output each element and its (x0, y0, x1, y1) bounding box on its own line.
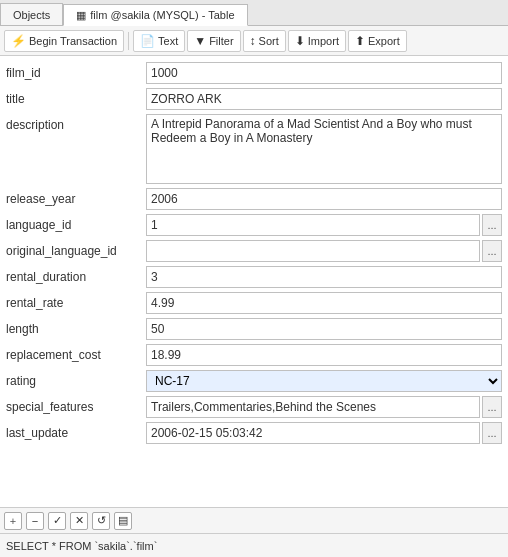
text-button[interactable]: 📄 Text (133, 30, 185, 52)
label-rental_duration: rental_duration (6, 266, 146, 284)
input-film_id[interactable] (146, 62, 502, 84)
field-rental_duration (146, 266, 502, 288)
filter-label: Filter (209, 35, 233, 47)
form-row: film_id (0, 60, 508, 86)
export-label: Export (368, 35, 400, 47)
text-icon: 📄 (140, 34, 155, 48)
form-row: description (0, 112, 508, 186)
input-language_id[interactable] (146, 214, 480, 236)
label-replacement_cost: replacement_cost (6, 344, 146, 362)
input-original_language_id[interactable] (146, 240, 480, 262)
begin-transaction-label: Begin Transaction (29, 35, 117, 47)
field-description (146, 114, 502, 184)
form-row: length (0, 316, 508, 342)
form-row: release_year (0, 186, 508, 212)
tab-table[interactable]: ▦ film @sakila (MYSQL) - Table (63, 4, 247, 26)
minus-icon: − (32, 515, 38, 527)
sort-icon: ↕ (250, 34, 256, 48)
textarea-description[interactable] (146, 114, 502, 184)
dots-button-last_update[interactable]: ... (482, 422, 502, 444)
input-last_update[interactable] (146, 422, 480, 444)
transaction-icon: ⚡ (11, 34, 26, 48)
tab-objects[interactable]: Objects (0, 3, 63, 25)
text-label: Text (158, 35, 178, 47)
label-language_id: language_id (6, 214, 146, 232)
label-rental_rate: rental_rate (6, 292, 146, 310)
import-button[interactable]: ⬇ Import (288, 30, 346, 52)
tab-table-label: film @sakila (MYSQL) - Table (90, 9, 234, 21)
filter-button[interactable]: ▼ Filter (187, 30, 240, 52)
input-rental_duration[interactable] (146, 266, 502, 288)
field-rating: GPGPG-13RNC-17 (146, 370, 502, 392)
form-row: original_language_id... (0, 238, 508, 264)
field-last_update: ... (146, 422, 502, 444)
toolbar: ⚡ Begin Transaction 📄 Text ▼ Filter ↕ So… (0, 26, 508, 56)
field-film_id (146, 62, 502, 84)
bottom-toolbar: + − ✓ ✕ ↺ ▤ (0, 507, 508, 533)
label-rating: rating (6, 370, 146, 388)
add-row-button[interactable]: + (4, 512, 22, 530)
input-length[interactable] (146, 318, 502, 340)
field-replacement_cost (146, 344, 502, 366)
field-special_features: ... (146, 396, 502, 418)
sort-button[interactable]: ↕ Sort (243, 30, 286, 52)
import-icon: ⬇ (295, 34, 305, 48)
form-row: special_features... (0, 394, 508, 420)
label-length: length (6, 318, 146, 336)
remove-row-button[interactable]: − (26, 512, 44, 530)
confirm-button[interactable]: ✓ (48, 512, 66, 530)
cross-icon: ✕ (75, 514, 84, 527)
check-icon: ✓ (53, 514, 62, 527)
tab-objects-label: Objects (13, 9, 50, 21)
form-row: ratingGPGPG-13RNC-17 (0, 368, 508, 394)
field-rental_rate (146, 292, 502, 314)
label-title: title (6, 88, 146, 106)
dots-button-original_language_id[interactable]: ... (482, 240, 502, 262)
export-button[interactable]: ⬆ Export (348, 30, 407, 52)
form-row: last_update... (0, 420, 508, 446)
field-original_language_id: ... (146, 240, 502, 262)
form-row: title (0, 86, 508, 112)
input-rental_rate[interactable] (146, 292, 502, 314)
toolbar-separator-1 (128, 32, 129, 50)
input-release_year[interactable] (146, 188, 502, 210)
label-film_id: film_id (6, 62, 146, 80)
field-length (146, 318, 502, 340)
input-special_features[interactable] (146, 396, 480, 418)
sql-text: SELECT * FROM `sakila`.`film` (6, 540, 157, 552)
begin-transaction-button[interactable]: ⚡ Begin Transaction (4, 30, 124, 52)
sort-label: Sort (259, 35, 279, 47)
label-description: description (6, 114, 146, 132)
label-release_year: release_year (6, 188, 146, 206)
input-title[interactable] (146, 88, 502, 110)
script-button[interactable]: ▤ (114, 512, 132, 530)
form-row: rental_rate (0, 290, 508, 316)
export-icon: ⬆ (355, 34, 365, 48)
plus-icon: + (10, 515, 16, 527)
label-last_update: last_update (6, 422, 146, 440)
field-language_id: ... (146, 214, 502, 236)
form-area: film_idtitledescriptionrelease_yearlangu… (0, 56, 508, 507)
table-icon: ▦ (76, 9, 86, 22)
script-icon: ▤ (118, 514, 128, 527)
form-row: replacement_cost (0, 342, 508, 368)
label-original_language_id: original_language_id (6, 240, 146, 258)
refresh-icon: ↺ (97, 514, 106, 527)
status-bar: SELECT * FROM `sakila`.`film` (0, 533, 508, 557)
cancel-edit-button[interactable]: ✕ (70, 512, 88, 530)
field-release_year (146, 188, 502, 210)
select-rating[interactable]: GPGPG-13RNC-17 (146, 370, 502, 392)
dots-button-language_id[interactable]: ... (482, 214, 502, 236)
input-replacement_cost[interactable] (146, 344, 502, 366)
field-title (146, 88, 502, 110)
import-label: Import (308, 35, 339, 47)
refresh-button[interactable]: ↺ (92, 512, 110, 530)
filter-icon: ▼ (194, 34, 206, 48)
label-special_features: special_features (6, 396, 146, 414)
tab-bar: Objects ▦ film @sakila (MYSQL) - Table (0, 0, 508, 26)
dots-button-special_features[interactable]: ... (482, 396, 502, 418)
form-row: rental_duration (0, 264, 508, 290)
form-row: language_id... (0, 212, 508, 238)
